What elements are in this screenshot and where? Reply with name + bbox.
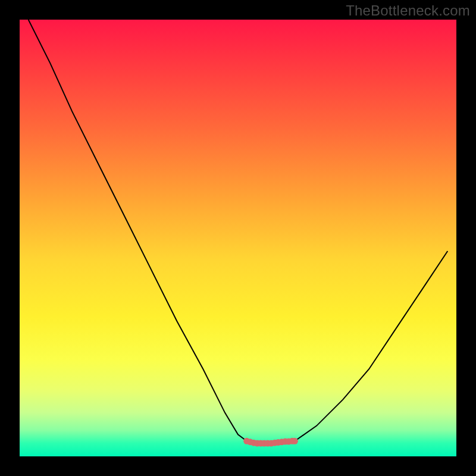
watermark-text: TheBottleneck.com: [346, 2, 470, 19]
trough-dot: [292, 438, 298, 444]
curve-right: [295, 251, 447, 441]
chart-frame: TheBottleneck.com: [0, 0, 476, 476]
plot-area: [20, 20, 456, 456]
chart-svg: [20, 20, 456, 456]
curve-left: [29, 20, 247, 441]
trough-markers: [243, 438, 298, 447]
